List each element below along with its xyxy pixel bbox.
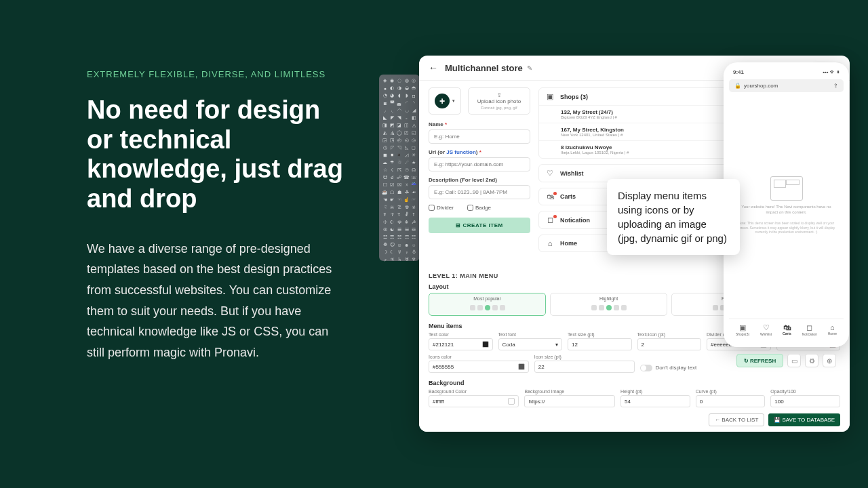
palette-icon[interactable]: ☥ xyxy=(389,211,396,218)
palette-icon[interactable]: ◎ xyxy=(410,77,417,84)
nav-carts[interactable]: 🛍Carts xyxy=(783,323,791,336)
palette-icon[interactable]: ☗ xyxy=(396,189,403,196)
palette-icon[interactable]: ◌ xyxy=(396,77,403,84)
palette-icon[interactable]: ☕ xyxy=(382,189,389,196)
palette-icon[interactable]: ◠ xyxy=(396,107,403,114)
palette-icon[interactable]: ☂ xyxy=(389,159,396,166)
palette-icon[interactable]: ☔ xyxy=(410,182,417,188)
palette-icon[interactable]: ☍ xyxy=(396,174,403,181)
palette-icon[interactable]: ☱ xyxy=(403,226,410,233)
palette-icon[interactable]: ◣ xyxy=(382,115,389,121)
palette-icon[interactable]: ☈ xyxy=(396,167,403,174)
palette-icon[interactable]: ☣ xyxy=(410,204,417,211)
bg-height-input[interactable]: 54 xyxy=(620,395,690,407)
nav-wishlist[interactable]: ♡Wishlist xyxy=(760,323,772,336)
device-toggle-icon[interactable]: ▭ xyxy=(787,354,801,367)
bg-color-input[interactable]: #ffffff xyxy=(429,395,519,407)
palette-icon[interactable]: ☬ xyxy=(403,219,410,226)
palette-icon[interactable]: ☦ xyxy=(396,211,403,218)
palette-icon[interactable]: ☇ xyxy=(389,167,396,174)
palette-icon[interactable]: ☊ xyxy=(410,167,417,174)
text-size-input[interactable]: 12 xyxy=(568,338,632,350)
share-icon[interactable]: ⇪ xyxy=(833,83,838,89)
palette-icon[interactable]: ◿ xyxy=(403,152,410,159)
palette-icon[interactable]: ☖ xyxy=(389,189,396,196)
palette-icon[interactable]: ☋ xyxy=(382,174,389,181)
palette-icon[interactable]: ◱ xyxy=(410,129,417,136)
palette-icon[interactable]: ☎ xyxy=(403,174,410,181)
palette-icon[interactable]: ☸ xyxy=(382,241,389,248)
icon-palette[interactable]: ◈◉◌◍◎●◐◑◒◓◔◕◖◗◘◙◚◛◜◝◞◟◠◡◢◣◤◥◦◧◨◩◪◫◬◭◮◯◰◱… xyxy=(379,75,420,261)
palette-icon[interactable]: ☞ xyxy=(410,197,417,203)
palette-icon[interactable]: ◴ xyxy=(396,137,403,144)
palette-icon[interactable]: ☵ xyxy=(396,234,403,241)
back-arrow-icon[interactable]: ← xyxy=(429,62,438,73)
palette-icon[interactable]: ◯ xyxy=(396,129,403,136)
save-button[interactable]: 💾 SAVE TO DATABASE xyxy=(768,413,840,426)
palette-icon[interactable]: ◹ xyxy=(396,144,403,151)
palette-icon[interactable]: ☹ xyxy=(389,241,396,248)
palette-icon[interactable]: ☝ xyxy=(403,197,410,203)
palette-icon[interactable]: ☒ xyxy=(396,182,403,188)
refresh-button[interactable]: ↻ REFRESH xyxy=(736,354,783,367)
palette-icon[interactable]: ☑ xyxy=(389,182,396,188)
zoom-icon[interactable]: ⊕ xyxy=(823,354,836,367)
palette-icon[interactable]: ◜ xyxy=(403,100,410,106)
palette-icon[interactable]: ◚ xyxy=(389,100,396,106)
palette-icon[interactable]: ◰ xyxy=(403,129,410,136)
palette-icon[interactable]: ☡ xyxy=(396,204,403,211)
palette-icon[interactable]: ◥ xyxy=(396,115,403,121)
text-color-input[interactable]: #212121 xyxy=(429,338,493,350)
palette-icon[interactable]: ◶ xyxy=(410,137,417,144)
text-icon-gap-input[interactable]: 2 xyxy=(637,338,702,350)
palette-icon[interactable]: ◭ xyxy=(382,129,389,136)
palette-icon[interactable]: ☳ xyxy=(382,234,389,241)
palette-icon[interactable]: ◗ xyxy=(403,92,410,99)
palette-icon[interactable]: ◼ xyxy=(382,152,389,159)
upload-photo[interactable]: ⇪ Upload icon photo Format: jpg, png, gi… xyxy=(468,87,530,115)
palette-icon[interactable]: ☲ xyxy=(410,226,417,233)
palette-icon[interactable]: ☐ xyxy=(382,182,389,188)
palette-icon[interactable]: ☭ xyxy=(410,219,417,226)
palette-icon[interactable]: ☜ xyxy=(396,197,403,203)
palette-icon[interactable]: ☄ xyxy=(403,159,410,166)
palette-icon[interactable]: ☆ xyxy=(382,167,389,174)
palette-icon[interactable]: ♁ xyxy=(410,249,417,256)
palette-icon[interactable]: ☛ xyxy=(389,197,396,203)
palette-icon[interactable]: ★ xyxy=(410,159,417,166)
palette-icon[interactable]: ◾ xyxy=(396,152,403,159)
palette-icon[interactable]: ☶ xyxy=(403,234,410,241)
palette-icon[interactable]: ◨ xyxy=(382,122,389,129)
palette-icon[interactable]: ☏ xyxy=(410,174,417,181)
palette-icon[interactable]: ☿ xyxy=(396,249,403,256)
palette-icon[interactable]: ☴ xyxy=(389,234,396,241)
palette-icon[interactable]: ◉ xyxy=(389,77,396,84)
palette-icon[interactable]: ◍ xyxy=(403,77,410,84)
palette-icon[interactable]: ☧ xyxy=(403,211,410,218)
badge-checkbox[interactable]: Badge xyxy=(467,205,491,211)
palette-icon[interactable]: ◛ xyxy=(396,100,403,106)
palette-icon[interactable]: ◝ xyxy=(410,100,417,106)
palette-icon[interactable]: ◐ xyxy=(389,85,396,92)
palette-icon[interactable]: ◬ xyxy=(410,122,417,129)
palette-icon[interactable]: ◘ xyxy=(410,92,417,99)
palette-icon[interactable]: ♃ xyxy=(389,256,396,263)
palette-icon[interactable]: ☼ xyxy=(410,241,417,248)
palette-icon[interactable]: ◷ xyxy=(382,144,389,151)
layout-most-popular[interactable]: Most popular xyxy=(429,293,546,316)
name-input[interactable] xyxy=(429,129,530,144)
palette-icon[interactable]: ☘ xyxy=(403,189,410,196)
palette-icon[interactable]: ☉ xyxy=(403,167,410,174)
palette-icon[interactable]: ♀ xyxy=(403,249,410,256)
palette-icon[interactable]: ◤ xyxy=(389,115,396,121)
palette-icon[interactable]: ◳ xyxy=(389,137,396,144)
palette-icon[interactable]: ◺ xyxy=(403,144,410,151)
palette-icon[interactable]: ☠ xyxy=(389,204,396,211)
palette-icon[interactable]: ◞ xyxy=(382,107,389,114)
palette-icon[interactable]: ● xyxy=(382,85,389,92)
nav-notification[interactable]: ◻Notication xyxy=(802,323,817,336)
palette-icon[interactable]: ☺ xyxy=(396,241,403,248)
palette-icon[interactable]: ◢ xyxy=(410,107,417,114)
palette-icon[interactable]: ◒ xyxy=(403,85,410,92)
bg-image-input[interactable]: https:// xyxy=(524,395,614,407)
